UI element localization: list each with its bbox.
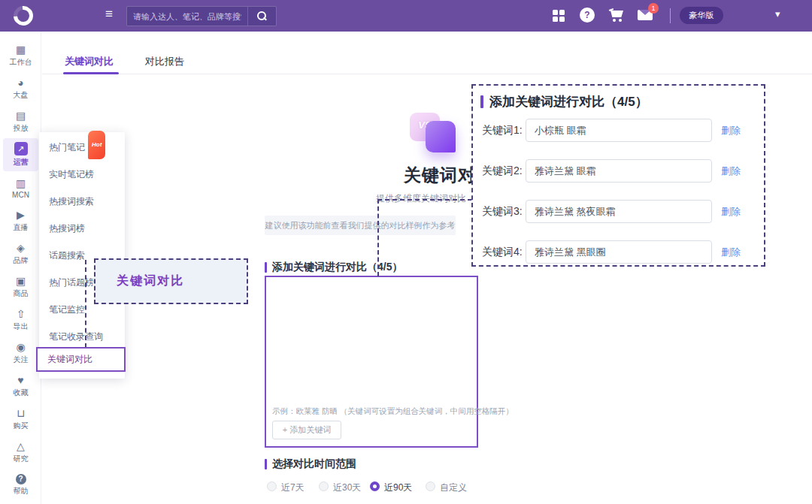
sidebar-label: 帮助: [14, 486, 29, 496]
sidebar-item-dashboard[interactable]: ◕ 大盘: [0, 72, 41, 105]
export-arrow-icon: ⇧: [17, 308, 26, 320]
sidebar-item-follow[interactable]: ◉ 关注: [0, 337, 41, 370]
radio-last-30-days[interactable]: [319, 481, 329, 491]
menu-item-hot-word-search[interactable]: 热搜词搜索: [39, 188, 125, 215]
annotation-connector-line: [85, 260, 86, 348]
menu-item-note-inclusion-query[interactable]: 笔记收录查询: [39, 323, 125, 350]
section-add-keywords: 添加关键词进行对比（4/5）: [265, 261, 402, 274]
sidebar-label: 直播: [14, 222, 29, 233]
active-tab-underline: [63, 72, 119, 74]
sidebar-item-delivery[interactable]: ▤ 投放: [0, 105, 41, 138]
section-bar: [265, 262, 267, 273]
sidebar-label: 导出: [14, 321, 29, 332]
section-title: 添加关键词进行对比（4/5）: [272, 261, 402, 274]
radio-last-90-days[interactable]: [370, 481, 380, 491]
mail-badge: 1: [648, 3, 659, 14]
overlay-keyword4-delete-link[interactable]: 删除: [721, 246, 741, 259]
operation-submenu: 热门笔记Hot 实时笔记榜 热搜词搜索 热搜词榜 话题搜索 热门话题榜 笔记监控…: [39, 132, 125, 379]
sidebar-item-help[interactable]: ? 帮助: [0, 469, 41, 502]
app-logo-icon[interactable]: [10, 2, 38, 30]
sidebar-label: 研究: [14, 454, 29, 464]
help-icon[interactable]: ?: [580, 8, 595, 23]
heart-icon: ♥: [17, 374, 23, 386]
overlay-keyword4-input[interactable]: [526, 240, 712, 264]
overlay-keyword1-input[interactable]: [526, 119, 712, 142]
menu-item-keyword-compare-highlight[interactable]: 关键词对比: [36, 347, 126, 372]
sidebar-label: 大盘: [14, 90, 29, 101]
section-time-range: 选择对比时间范围: [265, 457, 356, 471]
sidebar-label: 关注: [14, 355, 29, 365]
workbench-icon: ▦: [16, 44, 26, 56]
cart-icon[interactable]: [609, 9, 626, 23]
topbar-divider: [670, 8, 671, 23]
sidebar-label: 品牌: [14, 255, 29, 266]
search-button[interactable]: [247, 7, 276, 26]
page: ≡ ? 1 豪华版 ▾ ▦ 工作台 ◕ 大盘 ▤ 投放: [0, 0, 812, 504]
radio-label-custom-range[interactable]: 自定义: [440, 481, 467, 494]
layers-icon: ▤: [16, 110, 26, 122]
section-title: 选择对比时间范围: [272, 457, 356, 471]
overlay-keyword3-delete-link[interactable]: 删除: [721, 205, 741, 219]
top-bar: ≡ ? 1 豪华版 ▾: [0, 0, 812, 32]
sidebar-nav: ▦ 工作台 ◕ 大盘 ▤ 投放 ↗ 运营 ▥ MCN ▶ 直播 ◈ 品牌 ▣ 商: [0, 32, 41, 504]
overlay-keyword1-label: 关键词1:: [482, 124, 523, 137]
sidebar-label: 收藏: [14, 388, 29, 398]
overlay-keyword1-delete-link[interactable]: 删除: [721, 124, 741, 137]
sidebar-label: MCN: [12, 191, 29, 199]
apps-grid-icon[interactable]: [553, 10, 565, 22]
chevron-down-icon[interactable]: ▾: [775, 8, 780, 20]
sidebar-item-purchase[interactable]: ⊔ 购买: [0, 403, 41, 436]
menu-item-hot-word-rank[interactable]: 热搜词榜: [39, 215, 125, 242]
goods-bag-icon: ▣: [16, 275, 26, 287]
vs-bubble-icon: [426, 121, 456, 152]
sidebar-item-export[interactable]: ⇧ 导出: [0, 303, 41, 337]
sidebar-label: 运营: [14, 157, 29, 167]
search-input[interactable]: [127, 7, 247, 26]
sidebar-item-mcn[interactable]: ▥ MCN: [0, 171, 41, 204]
radio-last-7-days[interactable]: [267, 481, 277, 491]
overlay-keyword3-label: 关键词3:: [482, 205, 523, 219]
pie-chart-icon: ◕: [17, 77, 23, 89]
sidebar-item-favorites[interactable]: ♥ 收藏: [0, 370, 41, 403]
collapse-menu-icon[interactable]: ≡: [105, 7, 113, 22]
usage-notice: 建议使用该功能前查看我们提供的对比样例作为参考: [265, 216, 456, 235]
sidebar-item-goods[interactable]: ▣ 商品: [0, 270, 41, 303]
menu-item-realtime-notes-rank[interactable]: 实时笔记榜: [39, 161, 125, 188]
hot-badge: Hot: [88, 131, 105, 159]
eye-icon: ◉: [16, 341, 25, 353]
sidebar-label: 购买: [14, 421, 29, 431]
menu-item-hot-notes[interactable]: 热门笔记Hot: [39, 134, 125, 161]
tab-keyword-compare[interactable]: 关键词对比: [65, 55, 114, 68]
overlay-keyword3-input[interactable]: [526, 200, 712, 223]
tab-bar: 关键词对比 对比报告: [42, 32, 812, 74]
annotation-callout: 关键词对比: [94, 258, 248, 304]
sidebar-item-operation[interactable]: ↗ 运营: [3, 138, 38, 171]
basket-icon: ⊔: [17, 407, 25, 419]
add-keyword-button[interactable]: + 添加关键词: [272, 421, 341, 439]
zoomed-form-overlay: 添加关键词进行对比（4/5） 关键词1: 删除 关键词2: 删除 关键词3: 删…: [471, 84, 765, 267]
version-badge[interactable]: 豪华版: [680, 7, 723, 24]
sidebar-item-brand[interactable]: ◈ 品牌: [0, 237, 41, 270]
sidebar-item-research[interactable]: △ 研究: [0, 436, 41, 469]
overlay-keyword2-input[interactable]: [526, 159, 712, 183]
brand-bag-icon: ◈: [17, 242, 25, 254]
zoom-connector-vertical: [377, 199, 379, 276]
question-icon: ?: [16, 474, 26, 484]
global-search: [126, 6, 277, 26]
video-icon: ▶: [17, 209, 25, 221]
radio-label-last-7-days[interactable]: 近7天: [281, 481, 304, 494]
sidebar-item-live[interactable]: ▶ 直播: [0, 204, 41, 237]
overlay-section-title: 添加关键词进行对比（4/5）: [489, 93, 648, 110]
annotation-callout-label: 关键词对比: [117, 273, 184, 289]
radio-custom-range[interactable]: [426, 481, 435, 491]
zoom-connector-horizontal: [377, 199, 472, 201]
keyword-example-hint: 示例：欧莱雅 防晒 （关键词可设置为组合关键词，中间用空格隔开）: [272, 406, 514, 417]
tab-compare-report[interactable]: 对比报告: [145, 55, 184, 68]
radio-label-last-90-days[interactable]: 近90天: [384, 481, 412, 494]
sidebar-item-workbench[interactable]: ▦ 工作台: [0, 39, 41, 72]
search-icon: [257, 11, 267, 21]
trend-icon: ↗: [14, 142, 28, 155]
overlay-keyword2-delete-link[interactable]: 删除: [721, 164, 741, 178]
building-icon: ▥: [16, 177, 26, 189]
radio-label-last-30-days[interactable]: 近30天: [333, 481, 361, 494]
